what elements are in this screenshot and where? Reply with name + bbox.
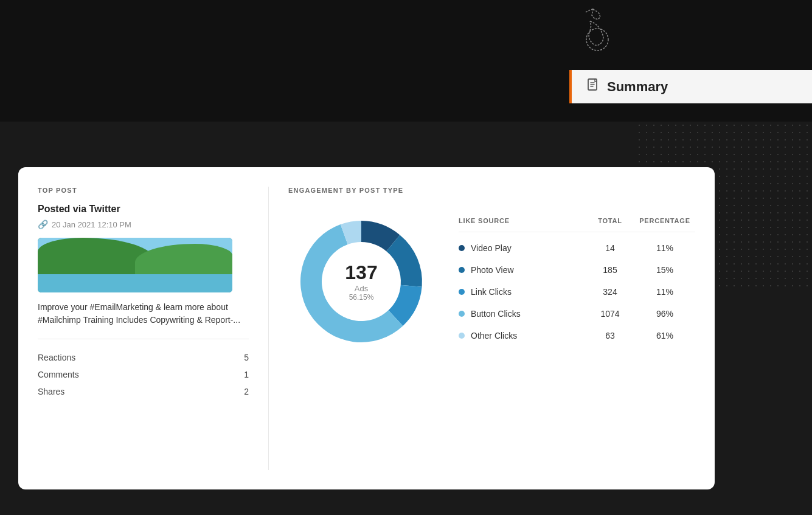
post-date: 🔗 20 Jan 2021 12:10 PM xyxy=(38,219,249,229)
total-button: 1074 xyxy=(586,309,634,319)
reactions-value: 5 xyxy=(244,353,249,362)
dot-photo xyxy=(459,267,465,273)
table-row: Photo View 185 15% xyxy=(459,259,695,281)
percent-link: 11% xyxy=(634,287,695,297)
shares-label: Shares xyxy=(38,387,64,396)
donut-center: 137 Ads 56.15% xyxy=(345,261,377,302)
post-image xyxy=(38,238,232,292)
engagement-table: LIKE SOURCE TOTAL PERCENTAGE Video Play … xyxy=(459,217,695,347)
row-source-link: Link Clicks xyxy=(459,287,586,297)
post-source: Posted via Twitter xyxy=(38,204,249,215)
stat-row-comments: Comments 1 xyxy=(38,366,249,383)
stat-row-shares: Shares 2 xyxy=(38,383,249,400)
percent-photo: 15% xyxy=(634,265,695,275)
percent-button: 96% xyxy=(634,309,695,319)
dot-button xyxy=(459,311,465,317)
header-source: LIKE SOURCE xyxy=(459,217,586,224)
summary-icon xyxy=(586,78,600,95)
row-source-other: Other Clicks xyxy=(459,331,586,340)
table-row: Other Clicks 63 61% xyxy=(459,325,695,347)
donut-sublabel: Ads xyxy=(345,284,377,293)
post-text: Improve your #EmailMarketing & learn mor… xyxy=(38,301,249,327)
dot-video xyxy=(459,245,465,251)
donut-number: 137 xyxy=(345,261,377,284)
top-post-label: TOP POST xyxy=(38,187,249,194)
engagement-label: ENGAGEMENT BY POST TYPE xyxy=(288,187,695,194)
engagement-content: 137 Ads 56.15% LIKE SOURCE TOTAL PERCENT… xyxy=(288,209,695,354)
comments-label: Comments xyxy=(38,370,79,379)
donut-chart: 137 Ads 56.15% xyxy=(288,209,434,354)
total-video: 14 xyxy=(586,243,634,253)
summary-label: Summary xyxy=(607,79,668,95)
source-label-other: Other Clicks xyxy=(471,331,517,340)
row-source-photo: Photo View xyxy=(459,265,586,275)
table-row: Link Clicks 324 11% xyxy=(459,281,695,303)
top-post-panel: TOP POST Posted via Twitter 🔗 20 Jan 202… xyxy=(38,187,269,470)
donut-percent: 56.15% xyxy=(345,293,377,302)
engagement-panel: ENGAGEMENT BY POST TYPE xyxy=(269,187,695,470)
comments-value: 1 xyxy=(244,370,249,379)
source-label-video: Video Play xyxy=(471,243,512,253)
dot-other xyxy=(459,333,465,339)
stats-divider xyxy=(38,339,249,339)
link-icon: 🔗 xyxy=(38,219,48,229)
reactions-label: Reactions xyxy=(38,353,75,362)
stat-row-reactions: Reactions 5 xyxy=(38,349,249,366)
shares-value: 2 xyxy=(244,387,249,396)
cursor-doodle-icon xyxy=(557,6,617,61)
dot-link xyxy=(459,289,465,295)
main-card: TOP POST Posted via Twitter 🔗 20 Jan 202… xyxy=(18,167,715,489)
total-link: 324 xyxy=(586,287,634,297)
percent-other: 61% xyxy=(634,331,695,340)
source-label-link: Link Clicks xyxy=(471,287,512,297)
row-source-button: Button Clicks xyxy=(459,309,586,319)
top-area xyxy=(0,0,812,122)
header-percentage: PERCENTAGE xyxy=(634,217,695,224)
table-header: LIKE SOURCE TOTAL PERCENTAGE xyxy=(459,217,695,232)
source-label-button: Button Clicks xyxy=(471,309,521,319)
total-photo: 185 xyxy=(586,265,634,275)
row-source-video: Video Play xyxy=(459,243,586,253)
source-label-photo: Photo View xyxy=(471,265,514,275)
summary-tab[interactable]: Summary xyxy=(569,70,812,103)
post-date-text: 20 Jan 2021 12:10 PM xyxy=(52,220,131,229)
total-other: 63 xyxy=(586,331,634,340)
header-total: TOTAL xyxy=(586,217,634,224)
table-row: Video Play 14 11% xyxy=(459,237,695,259)
table-row: Button Clicks 1074 96% xyxy=(459,303,695,325)
percent-video: 11% xyxy=(634,243,695,253)
